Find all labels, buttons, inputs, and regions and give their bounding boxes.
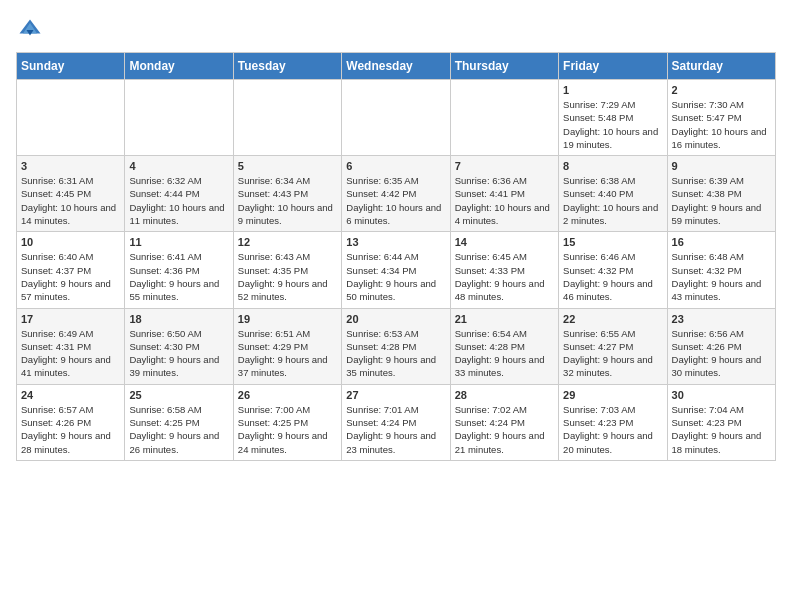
day-number: 14: [455, 236, 554, 248]
day-info: Sunrise: 6:48 AM Sunset: 4:32 PM Dayligh…: [672, 250, 771, 303]
day-number: 6: [346, 160, 445, 172]
day-cell: 14Sunrise: 6:45 AM Sunset: 4:33 PM Dayli…: [450, 232, 558, 308]
day-number: 12: [238, 236, 337, 248]
day-cell: 5Sunrise: 6:34 AM Sunset: 4:43 PM Daylig…: [233, 156, 341, 232]
day-info: Sunrise: 6:58 AM Sunset: 4:25 PM Dayligh…: [129, 403, 228, 456]
day-number: 2: [672, 84, 771, 96]
calendar-header-row: SundayMondayTuesdayWednesdayThursdayFrid…: [17, 53, 776, 80]
header-cell-thursday: Thursday: [450, 53, 558, 80]
day-number: 19: [238, 313, 337, 325]
day-info: Sunrise: 6:35 AM Sunset: 4:42 PM Dayligh…: [346, 174, 445, 227]
logo-icon: [16, 16, 44, 44]
day-cell: 24Sunrise: 6:57 AM Sunset: 4:26 PM Dayli…: [17, 384, 125, 460]
day-cell: 13Sunrise: 6:44 AM Sunset: 4:34 PM Dayli…: [342, 232, 450, 308]
day-info: Sunrise: 6:49 AM Sunset: 4:31 PM Dayligh…: [21, 327, 120, 380]
day-info: Sunrise: 6:54 AM Sunset: 4:28 PM Dayligh…: [455, 327, 554, 380]
day-number: 13: [346, 236, 445, 248]
day-info: Sunrise: 6:45 AM Sunset: 4:33 PM Dayligh…: [455, 250, 554, 303]
day-number: 5: [238, 160, 337, 172]
day-info: Sunrise: 6:34 AM Sunset: 4:43 PM Dayligh…: [238, 174, 337, 227]
header-cell-monday: Monday: [125, 53, 233, 80]
day-cell: [233, 80, 341, 156]
day-info: Sunrise: 7:02 AM Sunset: 4:24 PM Dayligh…: [455, 403, 554, 456]
day-info: Sunrise: 6:40 AM Sunset: 4:37 PM Dayligh…: [21, 250, 120, 303]
day-cell: 16Sunrise: 6:48 AM Sunset: 4:32 PM Dayli…: [667, 232, 775, 308]
day-number: 17: [21, 313, 120, 325]
day-cell: 2Sunrise: 7:30 AM Sunset: 5:47 PM Daylig…: [667, 80, 775, 156]
day-info: Sunrise: 6:38 AM Sunset: 4:40 PM Dayligh…: [563, 174, 662, 227]
header-cell-tuesday: Tuesday: [233, 53, 341, 80]
day-info: Sunrise: 6:53 AM Sunset: 4:28 PM Dayligh…: [346, 327, 445, 380]
day-cell: [450, 80, 558, 156]
header-cell-sunday: Sunday: [17, 53, 125, 80]
calendar-table: SundayMondayTuesdayWednesdayThursdayFrid…: [16, 52, 776, 461]
day-cell: 6Sunrise: 6:35 AM Sunset: 4:42 PM Daylig…: [342, 156, 450, 232]
day-cell: 4Sunrise: 6:32 AM Sunset: 4:44 PM Daylig…: [125, 156, 233, 232]
day-cell: [125, 80, 233, 156]
day-cell: 8Sunrise: 6:38 AM Sunset: 4:40 PM Daylig…: [559, 156, 667, 232]
day-cell: 29Sunrise: 7:03 AM Sunset: 4:23 PM Dayli…: [559, 384, 667, 460]
day-number: 21: [455, 313, 554, 325]
day-info: Sunrise: 6:36 AM Sunset: 4:41 PM Dayligh…: [455, 174, 554, 227]
day-cell: 21Sunrise: 6:54 AM Sunset: 4:28 PM Dayli…: [450, 308, 558, 384]
day-info: Sunrise: 6:44 AM Sunset: 4:34 PM Dayligh…: [346, 250, 445, 303]
day-info: Sunrise: 6:50 AM Sunset: 4:30 PM Dayligh…: [129, 327, 228, 380]
day-info: Sunrise: 6:32 AM Sunset: 4:44 PM Dayligh…: [129, 174, 228, 227]
day-number: 11: [129, 236, 228, 248]
day-info: Sunrise: 6:31 AM Sunset: 4:45 PM Dayligh…: [21, 174, 120, 227]
week-row-5: 24Sunrise: 6:57 AM Sunset: 4:26 PM Dayli…: [17, 384, 776, 460]
day-cell: 26Sunrise: 7:00 AM Sunset: 4:25 PM Dayli…: [233, 384, 341, 460]
day-cell: 20Sunrise: 6:53 AM Sunset: 4:28 PM Dayli…: [342, 308, 450, 384]
day-info: Sunrise: 6:46 AM Sunset: 4:32 PM Dayligh…: [563, 250, 662, 303]
day-number: 23: [672, 313, 771, 325]
header-cell-wednesday: Wednesday: [342, 53, 450, 80]
header-cell-friday: Friday: [559, 53, 667, 80]
day-number: 7: [455, 160, 554, 172]
day-info: Sunrise: 6:55 AM Sunset: 4:27 PM Dayligh…: [563, 327, 662, 380]
day-number: 9: [672, 160, 771, 172]
day-info: Sunrise: 6:56 AM Sunset: 4:26 PM Dayligh…: [672, 327, 771, 380]
day-info: Sunrise: 6:43 AM Sunset: 4:35 PM Dayligh…: [238, 250, 337, 303]
day-info: Sunrise: 6:41 AM Sunset: 4:36 PM Dayligh…: [129, 250, 228, 303]
day-info: Sunrise: 6:51 AM Sunset: 4:29 PM Dayligh…: [238, 327, 337, 380]
day-cell: 28Sunrise: 7:02 AM Sunset: 4:24 PM Dayli…: [450, 384, 558, 460]
day-number: 28: [455, 389, 554, 401]
header: [16, 16, 776, 44]
week-row-2: 3Sunrise: 6:31 AM Sunset: 4:45 PM Daylig…: [17, 156, 776, 232]
week-row-4: 17Sunrise: 6:49 AM Sunset: 4:31 PM Dayli…: [17, 308, 776, 384]
day-cell: 25Sunrise: 6:58 AM Sunset: 4:25 PM Dayli…: [125, 384, 233, 460]
day-cell: 19Sunrise: 6:51 AM Sunset: 4:29 PM Dayli…: [233, 308, 341, 384]
day-info: Sunrise: 7:01 AM Sunset: 4:24 PM Dayligh…: [346, 403, 445, 456]
day-cell: [342, 80, 450, 156]
day-cell: 3Sunrise: 6:31 AM Sunset: 4:45 PM Daylig…: [17, 156, 125, 232]
week-row-3: 10Sunrise: 6:40 AM Sunset: 4:37 PM Dayli…: [17, 232, 776, 308]
day-number: 18: [129, 313, 228, 325]
day-info: Sunrise: 6:57 AM Sunset: 4:26 PM Dayligh…: [21, 403, 120, 456]
day-number: 3: [21, 160, 120, 172]
day-cell: 17Sunrise: 6:49 AM Sunset: 4:31 PM Dayli…: [17, 308, 125, 384]
day-info: Sunrise: 7:30 AM Sunset: 5:47 PM Dayligh…: [672, 98, 771, 151]
day-number: 30: [672, 389, 771, 401]
day-cell: 27Sunrise: 7:01 AM Sunset: 4:24 PM Dayli…: [342, 384, 450, 460]
day-number: 20: [346, 313, 445, 325]
day-cell: 15Sunrise: 6:46 AM Sunset: 4:32 PM Dayli…: [559, 232, 667, 308]
calendar-body: 1Sunrise: 7:29 AM Sunset: 5:48 PM Daylig…: [17, 80, 776, 461]
day-number: 16: [672, 236, 771, 248]
day-cell: 9Sunrise: 6:39 AM Sunset: 4:38 PM Daylig…: [667, 156, 775, 232]
day-cell: [17, 80, 125, 156]
day-cell: 7Sunrise: 6:36 AM Sunset: 4:41 PM Daylig…: [450, 156, 558, 232]
day-number: 25: [129, 389, 228, 401]
day-number: 8: [563, 160, 662, 172]
day-number: 27: [346, 389, 445, 401]
day-info: Sunrise: 7:29 AM Sunset: 5:48 PM Dayligh…: [563, 98, 662, 151]
day-cell: 10Sunrise: 6:40 AM Sunset: 4:37 PM Dayli…: [17, 232, 125, 308]
week-row-1: 1Sunrise: 7:29 AM Sunset: 5:48 PM Daylig…: [17, 80, 776, 156]
day-number: 4: [129, 160, 228, 172]
day-number: 29: [563, 389, 662, 401]
day-number: 22: [563, 313, 662, 325]
day-cell: 18Sunrise: 6:50 AM Sunset: 4:30 PM Dayli…: [125, 308, 233, 384]
header-cell-saturday: Saturday: [667, 53, 775, 80]
day-cell: 12Sunrise: 6:43 AM Sunset: 4:35 PM Dayli…: [233, 232, 341, 308]
day-info: Sunrise: 7:00 AM Sunset: 4:25 PM Dayligh…: [238, 403, 337, 456]
day-info: Sunrise: 6:39 AM Sunset: 4:38 PM Dayligh…: [672, 174, 771, 227]
